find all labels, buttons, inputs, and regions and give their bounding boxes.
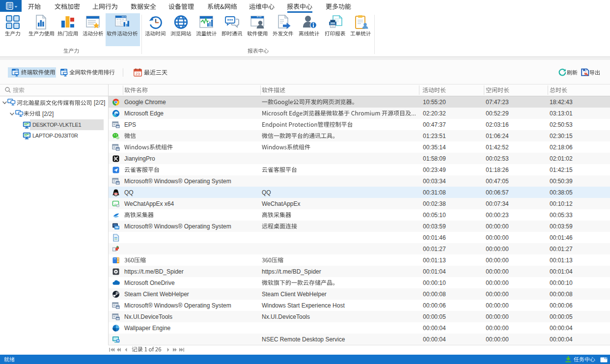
svg-text:23: 23 [136,72,140,76]
